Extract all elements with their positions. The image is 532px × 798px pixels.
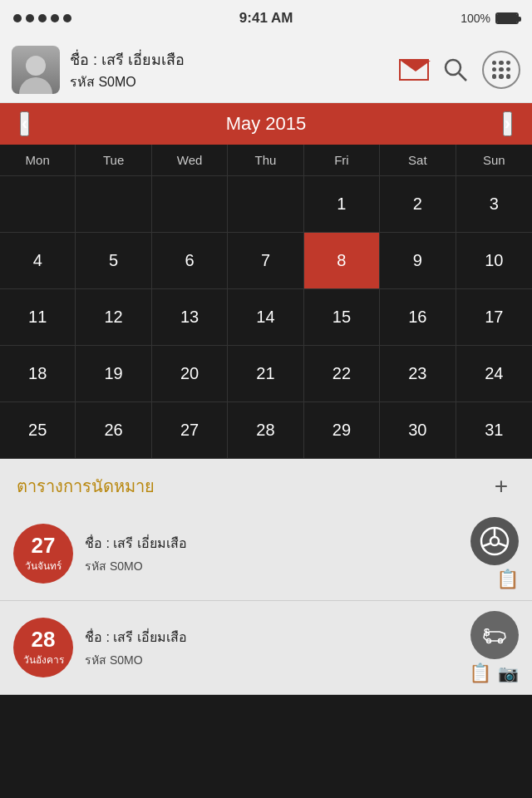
cal-cell-1[interactable]: 1 — [304, 176, 380, 233]
cal-cell-26[interactable]: 26 — [76, 402, 151, 459]
header-info: ชื่อ : เสรี เอี่ยมเสือ รหัส S0MO — [70, 47, 389, 92]
cal-cell-20[interactable]: 20 — [152, 346, 228, 402]
calendar-days-header: MonTueWedThuFriSatSun — [0, 145, 532, 176]
schedule-item-1[interactable]: 28วันอังคารชื่อ : เสรี เอี่ยมเสือรหัส S0… — [0, 601, 532, 695]
badge-weekday-1: วันอังคาร — [23, 652, 64, 667]
cal-cell-15[interactable]: 15 — [304, 289, 380, 346]
message-button[interactable] — [399, 59, 429, 81]
day-name-sun: Sun — [456, 145, 532, 175]
calendar-title: May 2015 — [226, 113, 307, 135]
notebook-icon-1[interactable]: 📋 — [469, 663, 491, 684]
schedule-title: ตารางการนัดหมาย — [17, 473, 155, 500]
cal-cell-4[interactable]: 4 — [0, 233, 76, 289]
day-name-fri: Fri — [304, 145, 380, 175]
search-icon — [442, 57, 469, 83]
cal-cell-5[interactable]: 5 — [76, 233, 151, 289]
search-button[interactable] — [442, 57, 469, 83]
cal-cell-22[interactable]: 22 — [304, 346, 380, 402]
avatar — [12, 46, 60, 94]
battery-icon — [495, 12, 519, 24]
battery-text: 100% — [461, 12, 490, 25]
status-right: 100% — [461, 12, 519, 25]
schedule-header: ตารางการนัดหมาย + — [0, 459, 532, 507]
status-time: 9:41 AM — [239, 10, 293, 27]
day-name-thu: Thu — [228, 145, 303, 175]
action-icon-row-1: 📋 📷 — [469, 663, 519, 684]
day-name-wed: Wed — [152, 145, 228, 175]
cal-cell-19[interactable]: 19 — [76, 346, 151, 402]
svg-point-3 — [490, 537, 499, 545]
schedule-items: 27วันจันทร์ชื่อ : เสรี เอี่ยมเสือรหัส S0… — [0, 507, 532, 695]
badge-weekday-0: วันจันทร์ — [25, 558, 62, 574]
status-bar: 9:41 AM 100% — [0, 0, 532, 37]
day-name-sat: Sat — [380, 145, 456, 175]
cal-cell-30[interactable]: 30 — [380, 402, 456, 459]
steering-wheel-icon[interactable] — [470, 517, 519, 565]
schedule-name-1: ชื่อ : เสรี เอี่ยมเสือ — [85, 627, 457, 648]
cal-cell-18[interactable]: 18 — [0, 346, 76, 402]
schedule-item-0[interactable]: 27วันจันทร์ชื่อ : เสรี เอี่ยมเสือรหัส S0… — [0, 507, 532, 601]
cal-cell-23[interactable]: 23 — [380, 346, 456, 402]
badge-day-0: 27 — [32, 534, 56, 558]
header-code: รหัส S0MO — [70, 71, 389, 92]
svg-point-0 — [446, 60, 461, 75]
header: ชื่อ : เสรี เอี่ยมเสือ รหัส S0MO — [0, 37, 532, 103]
cal-cell-16[interactable]: 16 — [380, 289, 456, 346]
calendar-grid: 1234567891011121314151617181920212223242… — [0, 176, 532, 459]
cal-cell-empty — [76, 176, 151, 233]
schedule-icons-0: 📋 — [470, 517, 519, 590]
cal-cell-empty — [228, 176, 303, 233]
steering-svg — [480, 526, 510, 556]
svg-line-5 — [483, 544, 491, 547]
cal-cell-17[interactable]: 17 — [456, 289, 532, 346]
cal-cell-12[interactable]: 12 — [76, 289, 151, 346]
schedule-code-1: รหัส S0MO — [85, 651, 457, 669]
cal-cell-28[interactable]: 28 — [228, 402, 303, 459]
cal-cell-9[interactable]: 9 — [380, 233, 456, 289]
svg-line-1 — [459, 73, 466, 81]
schedule-info-0: ชื่อ : เสรี เอี่ยมเสือรหัส S0MO — [85, 533, 459, 575]
cal-cell-14[interactable]: 14 — [228, 289, 303, 346]
cal-cell-2[interactable]: 2 — [380, 176, 456, 233]
cal-cell-27[interactable]: 27 — [152, 402, 228, 459]
cal-cell-13[interactable]: 13 — [152, 289, 228, 346]
schedule-section[interactable]: ตารางการนัดหมาย + 27วันจันทร์ชื่อ : เสรี… — [0, 459, 532, 695]
envelope-icon — [399, 59, 429, 81]
schedule-info-1: ชื่อ : เสรี เอี่ยมเสือรหัส S0MO — [85, 627, 457, 669]
cal-cell-empty — [0, 176, 76, 233]
schedule-name-0: ชื่อ : เสรี เอี่ยมเสือ — [85, 533, 459, 554]
grid-menu-button[interactable] — [482, 51, 520, 89]
cal-cell-25[interactable]: 25 — [0, 402, 76, 459]
cal-cell-3[interactable]: 3 — [456, 176, 532, 233]
car-dollar-icon[interactable]: $ — [470, 611, 519, 659]
badge-day-1: 28 — [32, 628, 56, 652]
camera-icon-1[interactable]: 📷 — [498, 663, 519, 683]
signal-dots — [13, 14, 71, 22]
schedule-badge-1: 28วันอังคาร — [13, 618, 73, 677]
calendar-nav: ‹ May 2015 › — [0, 103, 532, 145]
cal-cell-24[interactable]: 24 — [456, 346, 532, 402]
header-icons — [399, 51, 520, 89]
prev-month-button[interactable]: ‹ — [20, 111, 29, 136]
avatar-silhouette — [12, 46, 60, 94]
day-name-mon: Mon — [0, 145, 76, 175]
svg-line-6 — [499, 544, 507, 547]
schedule-icons-1: $ 📋 📷 — [469, 611, 519, 684]
next-month-button[interactable]: › — [503, 111, 512, 136]
notebook-icon[interactable]: 📋 — [496, 569, 519, 590]
schedule-code-0: รหัส S0MO — [85, 557, 459, 575]
day-name-tue: Tue — [76, 145, 151, 175]
cal-cell-31[interactable]: 31 — [456, 402, 532, 459]
add-schedule-button[interactable]: + — [487, 472, 515, 500]
schedule-badge-0: 27วันจันทร์ — [13, 524, 73, 584]
cal-cell-29[interactable]: 29 — [304, 402, 380, 459]
cal-cell-8[interactable]: 8 — [304, 233, 380, 289]
cal-cell-empty — [152, 176, 228, 233]
header-name: ชื่อ : เสรี เอี่ยมเสือ — [70, 47, 389, 71]
cal-cell-7[interactable]: 7 — [228, 233, 303, 289]
cal-cell-21[interactable]: 21 — [228, 346, 303, 402]
car-dollar-svg: $ — [479, 619, 510, 651]
cal-cell-10[interactable]: 10 — [456, 233, 532, 289]
cal-cell-11[interactable]: 11 — [0, 289, 76, 346]
cal-cell-6[interactable]: 6 — [152, 233, 228, 289]
